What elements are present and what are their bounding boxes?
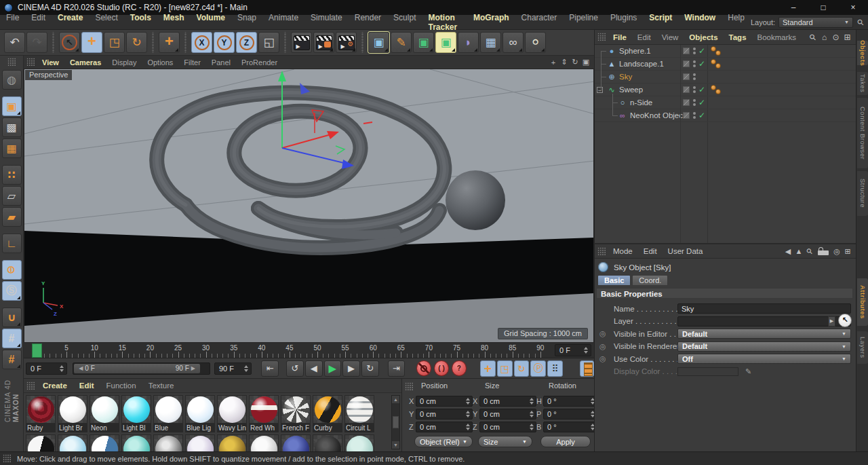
- object-row-sphere-1[interactable]: ●Sphere.1✓: [595, 45, 856, 58]
- material-scrollbar[interactable]: ▲ ▼: [391, 395, 400, 449]
- add-cube-object-button[interactable]: ▣: [368, 32, 389, 53]
- enabled-check-icon[interactable]: ✓: [698, 59, 705, 69]
- side-tab-structure[interactable]: Structure: [857, 171, 868, 216]
- enabled-check-icon[interactable]: ✓: [698, 111, 705, 120]
- keyframe-radio-icon[interactable]: ◎: [599, 354, 606, 363]
- field-dropdown[interactable]: Off▼: [677, 354, 851, 364]
- viewport-menu-cameras[interactable]: Cameras: [64, 58, 106, 67]
- key-rotation-button[interactable]: ↻: [514, 360, 530, 377]
- panel-grip[interactable]: [597, 247, 606, 256]
- frame-range-slider[interactable]: ◀0 F90 F▶: [73, 362, 210, 375]
- apply-button[interactable]: Apply: [540, 436, 591, 447]
- menu-create[interactable]: Create: [52, 13, 89, 32]
- menu-character[interactable]: Character: [515, 13, 564, 32]
- camera-button[interactable]: ∞: [502, 32, 524, 53]
- home-icon[interactable]: ⌂: [818, 33, 830, 42]
- key-parameter-button[interactable]: Ⓟ: [530, 360, 546, 377]
- material-item[interactable]: Curby: [313, 395, 342, 432]
- last-used-tool-button[interactable]: +: [159, 32, 180, 53]
- workplane-lock-button[interactable]: #: [2, 329, 22, 348]
- lock-icon[interactable]: [818, 250, 829, 255]
- tab-coord[interactable]: Coord.: [632, 275, 668, 286]
- render-view-button[interactable]: [291, 32, 312, 53]
- coord-value-field[interactable]: 0 cm: [416, 396, 473, 407]
- close-button[interactable]: ×: [838, 0, 868, 15]
- set-keyframe-button[interactable]: [580, 360, 594, 377]
- material-item[interactable]: [90, 434, 119, 451]
- coord-value-field[interactable]: 0 cm: [479, 396, 536, 407]
- tweak-mode-button[interactable]: ⊖: [2, 260, 22, 280]
- object-name[interactable]: n-Side: [630, 98, 652, 107]
- menu-mesh[interactable]: Mesh: [157, 13, 191, 32]
- menu-animate[interactable]: Animate: [262, 13, 304, 32]
- material-item[interactable]: Wavy Lin: [217, 395, 247, 432]
- material-item[interactable]: Ruby: [26, 395, 56, 432]
- next-frame-button[interactable]: ▶: [342, 360, 360, 377]
- object-manager-menu-tags[interactable]: Tags: [724, 33, 752, 41]
- display-color-swatch[interactable]: [677, 367, 738, 376]
- coord-value-field[interactable]: 0 cm: [416, 409, 473, 420]
- visibility-dots-icon[interactable]: [693, 48, 696, 54]
- add-view-icon[interactable]: ⊞: [842, 33, 853, 42]
- previous-frame-button[interactable]: ◀: [305, 360, 323, 377]
- layer-square-icon[interactable]: [683, 99, 690, 106]
- material-item[interactable]: [313, 434, 342, 451]
- menu-select[interactable]: Select: [89, 13, 123, 32]
- minimize-button[interactable]: –: [778, 0, 808, 15]
- current-frame-spinner[interactable]: 0 F: [555, 344, 591, 356]
- object-manager-menu-view[interactable]: View: [656, 33, 684, 41]
- object-row-n-side[interactable]: ○n-Side✓: [595, 96, 856, 109]
- spline-pen-button[interactable]: ✎: [391, 32, 412, 53]
- object-row-sweep[interactable]: –∿Sweep✓: [595, 83, 856, 96]
- object-name[interactable]: Sky: [619, 73, 632, 81]
- side-tab-attributes[interactable]: Attributes: [857, 278, 868, 326]
- object-row-landscape-1[interactable]: ▲Landscape.1✓: [595, 58, 856, 71]
- attribute-menu-user-data[interactable]: User Data: [663, 247, 709, 255]
- play-forward-button[interactable]: ▶: [324, 360, 342, 377]
- record-active-objects-button[interactable]: [416, 360, 431, 376]
- timeline-ruler[interactable]: 051015202530354045505560657075808590 0 F: [24, 343, 594, 358]
- material-menu-create[interactable]: Create: [37, 382, 73, 390]
- object-row-sky[interactable]: ⊕Sky: [595, 71, 856, 83]
- menu-volume[interactable]: Volume: [191, 13, 231, 32]
- object-name[interactable]: Sphere.1: [619, 47, 651, 55]
- side-tab-layers[interactable]: Layers: [857, 331, 868, 364]
- material-item[interactable]: Blue: [153, 395, 183, 432]
- search-icon[interactable]: ⚲: [852, 14, 868, 31]
- render-settings-button[interactable]: ⚙: [336, 32, 357, 53]
- lock-y-axis-button[interactable]: Y: [214, 32, 235, 53]
- object-name[interactable]: NeoKnot Object: [630, 111, 685, 119]
- viewport-solo-button[interactable]: Ⓢ: [2, 281, 22, 301]
- menu-plugins[interactable]: Plugins: [604, 13, 643, 32]
- layout-dropdown[interactable]: Standard▼: [778, 17, 853, 28]
- material-item[interactable]: [281, 434, 311, 451]
- workplane-snap-button[interactable]: #: [2, 350, 22, 369]
- model-mode-button[interactable]: ▣: [2, 96, 22, 116]
- menu-mograph[interactable]: MoGraph: [467, 13, 515, 32]
- autokeying-button[interactable]: ( ): [434, 360, 449, 376]
- material-item[interactable]: Circuit L: [344, 395, 374, 432]
- material-menu-edit[interactable]: Edit: [73, 382, 100, 390]
- enabled-check-icon[interactable]: ✓: [698, 98, 705, 107]
- visibility-dots-icon[interactable]: [693, 60, 696, 67]
- coord-value-field[interactable]: 0 °: [543, 396, 597, 407]
- keyframe-selection-button[interactable]: ?: [452, 360, 467, 376]
- section-header[interactable]: Basic Properties: [596, 288, 853, 299]
- menu-sculpt[interactable]: Sculpt: [387, 13, 422, 32]
- live-selection-button[interactable]: ↖: [59, 32, 80, 53]
- key-point-level-button[interactable]: ⠿: [547, 360, 563, 377]
- points-mode-button[interactable]: ∷: [2, 165, 22, 185]
- material-menu-function[interactable]: Function: [100, 382, 142, 390]
- menu-motion-tracker[interactable]: Motion Tracker: [422, 13, 467, 32]
- side-tab-content-browser[interactable]: Content Browser: [857, 98, 868, 168]
- menu-help[interactable]: Help: [722, 13, 751, 32]
- viewport-menu-options[interactable]: Options: [142, 58, 178, 67]
- deformers-button[interactable]: ◗: [458, 32, 479, 53]
- enable-axis-mode-button[interactable]: ∟: [2, 234, 22, 253]
- menu-snap[interactable]: Snap: [231, 13, 262, 32]
- coord-mode-dropdown[interactable]: Object (Rel)▼: [414, 436, 473, 447]
- redo-button[interactable]: ↷: [26, 32, 47, 53]
- layer-square-icon[interactable]: [683, 86, 690, 93]
- material-item[interactable]: [121, 434, 151, 451]
- layer-square-icon[interactable]: [683, 60, 690, 67]
